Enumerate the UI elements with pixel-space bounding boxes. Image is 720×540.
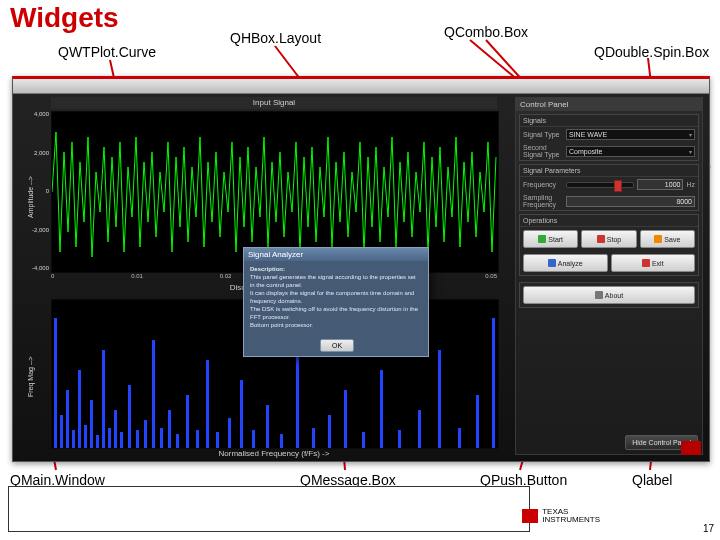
svg-rect-14 bbox=[78, 370, 81, 448]
svg-rect-26 bbox=[160, 428, 163, 448]
exit-button[interactable]: Exit bbox=[611, 254, 696, 272]
sampling-spinbox[interactable]: 8000 bbox=[566, 196, 695, 207]
top-plot-yticks: 4,0002,0000-2,000-4,000 bbox=[29, 111, 49, 271]
svg-rect-38 bbox=[296, 355, 299, 448]
svg-rect-37 bbox=[280, 434, 283, 448]
group-signals-header: Signals bbox=[520, 115, 698, 127]
slide: Widgets QWTPlot.Curve QHBox.Layout QComb… bbox=[0, 0, 720, 540]
about-button[interactable]: About bbox=[523, 286, 695, 304]
chevron-down-icon: ▾ bbox=[689, 131, 692, 138]
stop-icon bbox=[597, 235, 605, 243]
qmainwindow-frame[interactable]: Input Signal Amplitude --> 4,0002,0000-2… bbox=[12, 76, 710, 462]
group-params: Signal Parameters Frequency 1000 Hz Samp… bbox=[519, 164, 699, 211]
svg-rect-11 bbox=[60, 415, 63, 448]
callout-qdoublespinbox: QDouble.Spin.Box bbox=[594, 44, 709, 60]
chart-icon bbox=[548, 259, 556, 267]
svg-rect-40 bbox=[328, 415, 331, 448]
svg-rect-46 bbox=[438, 350, 441, 448]
svg-rect-45 bbox=[418, 410, 421, 448]
svg-rect-16 bbox=[90, 400, 93, 448]
messagebox-body: Description: This panel generates the si… bbox=[244, 261, 428, 333]
ti-logo-text: TEXAS INSTRUMENTS bbox=[542, 508, 600, 524]
analyze-button[interactable]: Analyze bbox=[523, 254, 608, 272]
svg-rect-22 bbox=[128, 385, 131, 448]
play-icon bbox=[538, 235, 546, 243]
callout-qlabel: Qlabel bbox=[632, 472, 672, 488]
control-panel-title: Control Panel bbox=[516, 98, 702, 111]
svg-rect-44 bbox=[398, 430, 401, 448]
svg-rect-32 bbox=[216, 432, 219, 448]
messagebox-ok-button[interactable]: OK bbox=[320, 339, 354, 352]
svg-rect-12 bbox=[66, 390, 69, 448]
group-signals: Signals Signal Type SINE WAVE▾ Second Si… bbox=[519, 114, 699, 161]
svg-rect-23 bbox=[136, 430, 139, 448]
start-button[interactable]: Start bbox=[523, 230, 578, 248]
save-icon bbox=[654, 235, 662, 243]
bot-plot-ylabel: Freq Mag --> bbox=[27, 317, 43, 437]
svg-rect-42 bbox=[362, 432, 365, 448]
slider-thumb-icon[interactable] bbox=[614, 180, 622, 192]
frequency-spinbox[interactable]: 1000 bbox=[637, 179, 683, 190]
footer-box bbox=[8, 486, 530, 532]
svg-rect-34 bbox=[240, 380, 243, 448]
top-plot-title: Input Signal bbox=[51, 97, 497, 109]
top-plot-header: Input Signal bbox=[51, 97, 497, 109]
svg-rect-36 bbox=[266, 405, 269, 448]
hz-label: Hz bbox=[686, 181, 695, 188]
svg-rect-33 bbox=[228, 418, 231, 448]
svg-rect-20 bbox=[114, 410, 117, 448]
svg-rect-27 bbox=[168, 410, 171, 448]
svg-rect-19 bbox=[108, 428, 111, 448]
group-operations-header: Operations bbox=[520, 215, 698, 227]
control-panel: Control Panel Signals Signal Type SINE W… bbox=[515, 97, 703, 455]
group-about: About bbox=[519, 282, 699, 308]
svg-rect-47 bbox=[458, 428, 461, 448]
slide-number: 17 bbox=[703, 523, 714, 534]
svg-rect-30 bbox=[196, 430, 199, 448]
sampling-label: Sampling Frequency bbox=[523, 194, 563, 208]
svg-rect-31 bbox=[206, 360, 209, 448]
slide-title: Widgets bbox=[10, 2, 119, 34]
svg-rect-18 bbox=[102, 350, 105, 448]
second-signal-label: Second Signal Type bbox=[523, 144, 563, 158]
qmessagebox-dialog[interactable]: Signal Analyzer Description: This panel … bbox=[243, 247, 429, 357]
svg-rect-25 bbox=[152, 340, 155, 448]
frequency-slider[interactable] bbox=[566, 182, 634, 188]
ti-mark-icon bbox=[522, 509, 538, 523]
window-titlebar[interactable] bbox=[13, 79, 709, 94]
svg-rect-28 bbox=[176, 434, 179, 448]
svg-rect-13 bbox=[72, 430, 75, 448]
callout-qwtplotcurve: QWTPlot.Curve bbox=[58, 44, 156, 60]
info-icon bbox=[595, 291, 603, 299]
svg-rect-39 bbox=[312, 428, 315, 448]
callout-qcombobox: QCombo.Box bbox=[444, 24, 528, 40]
chevron-down-icon: ▾ bbox=[689, 148, 692, 155]
group-params-header: Signal Parameters bbox=[520, 165, 698, 177]
messagebox-title[interactable]: Signal Analyzer bbox=[244, 248, 428, 261]
frequency-label: Frequency bbox=[523, 181, 563, 188]
signal-type-combo[interactable]: SINE WAVE▾ bbox=[566, 129, 695, 140]
svg-rect-35 bbox=[252, 430, 255, 448]
ti-chip-icon bbox=[681, 441, 701, 455]
svg-rect-43 bbox=[380, 370, 383, 448]
group-operations: Operations Start Stop Save Analyze Exit bbox=[519, 214, 699, 276]
bot-plot-xlabel: Normalised Frequency (f/Fs) -> bbox=[51, 449, 497, 458]
stop-button[interactable]: Stop bbox=[581, 230, 636, 248]
signal-type-label: Signal Type bbox=[523, 131, 563, 138]
svg-rect-15 bbox=[84, 425, 87, 448]
svg-rect-41 bbox=[344, 390, 347, 448]
svg-rect-17 bbox=[96, 435, 99, 448]
exit-icon bbox=[642, 259, 650, 267]
callout-qhboxlayout: QHBox.Layout bbox=[230, 30, 321, 46]
svg-rect-10 bbox=[54, 318, 57, 448]
second-signal-combo[interactable]: Composite▾ bbox=[566, 146, 695, 157]
svg-rect-49 bbox=[492, 318, 495, 448]
svg-rect-29 bbox=[186, 395, 189, 448]
svg-rect-21 bbox=[120, 432, 123, 448]
ti-logo: TEXAS INSTRUMENTS bbox=[522, 508, 600, 524]
save-button[interactable]: Save bbox=[640, 230, 695, 248]
svg-rect-48 bbox=[476, 395, 479, 448]
svg-rect-24 bbox=[144, 420, 147, 448]
